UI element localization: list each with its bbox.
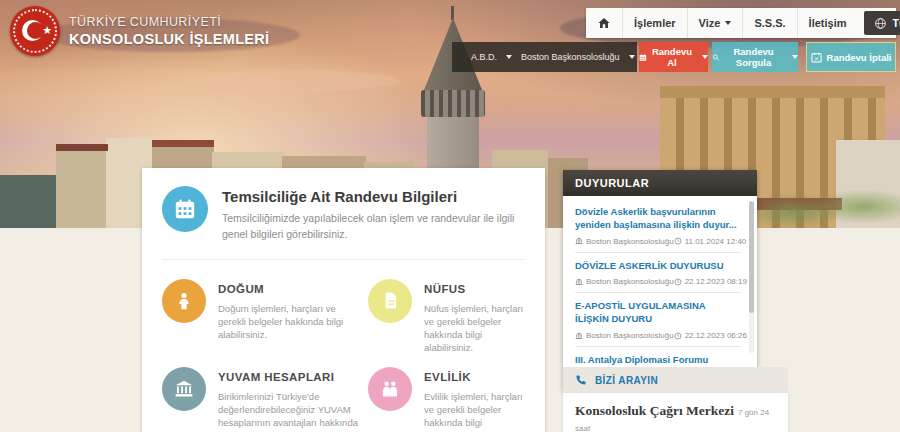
couple-icon (368, 367, 412, 411)
calendar-cancel-icon (811, 52, 822, 63)
clock-icon (674, 278, 682, 286)
service-title[interactable]: DOĞUM (218, 283, 264, 295)
nav-item-iletisim[interactable]: İletişim (797, 8, 858, 38)
mission-select[interactable]: Boston Başkonsolosluğu (521, 52, 635, 62)
announcement-source: Boston Başkonsolosluğu (586, 237, 674, 246)
star-icon: ★ (42, 25, 52, 36)
service-item-dogum: DOĞUM Doğum işlemleri, harçları ve gerek… (162, 279, 358, 354)
service-item-nufus: NÜFUS Nüfus işlemleri, harçları ve gerek… (368, 279, 525, 354)
country-select[interactable]: A.B.D. (471, 52, 512, 62)
nav-item-islemler[interactable]: İşlemler (622, 8, 687, 38)
randevu-al-button[interactable]: Randevu Al (639, 42, 708, 72)
service-description: Nüfus işlemleri, harçları ve gerekli bel… (424, 302, 525, 354)
service-title[interactable]: NÜFUS (424, 283, 466, 295)
randevu-sorgula-button[interactable]: Randevu Sorgula (712, 42, 798, 72)
service-title[interactable]: EVLİLİK (424, 371, 471, 383)
service-description: Birikimlerinizi Türkiye'de değerlendireb… (218, 390, 358, 432)
home-button[interactable] (586, 8, 622, 38)
service-item-evlilik: EVLİLİK Evlilik işlemleri, harçları ve g… (368, 367, 525, 432)
calendar-icon (162, 186, 208, 232)
calendar-icon (639, 52, 647, 63)
announcements-header: DUYURULAR (563, 170, 757, 196)
phone-icon (575, 374, 587, 386)
document-icon (368, 279, 412, 323)
cloud (180, 70, 400, 92)
roof (152, 140, 214, 147)
services-grid: DOĞUM Doğum işlemleri, harçları ve gerek… (162, 279, 525, 432)
trees (748, 186, 900, 228)
chevron-down-icon (506, 55, 512, 59)
scrollbar-track[interactable] (749, 201, 754, 353)
call-center-name: Konsolosluk Çağrı Merkezi7 gün 24 saat (575, 403, 776, 432)
scrollbar-thumb[interactable] (749, 201, 754, 313)
bank-icon (162, 367, 206, 411)
language-selector[interactable]: Türkçe (864, 11, 900, 35)
announcement-date: 11.01.2024 12:40 (685, 237, 747, 246)
chevron-down-icon (629, 55, 635, 59)
service-description: Evlilik işlemleri, harçları ve gerekli b… (424, 390, 525, 432)
announcement-date: 22.12.2023 08:19 (685, 277, 747, 286)
search-icon (712, 52, 720, 63)
chevron-down-icon (725, 21, 731, 25)
service-description: Doğum işlemleri, harçları ve gerekli bel… (218, 302, 358, 341)
person-icon (162, 279, 206, 323)
announcement-link[interactable]: III. Antalya Diplomasi Forumu (575, 354, 741, 367)
brand-line1: TÜRKİYE CUMHURİYETİ (69, 15, 269, 29)
service-item-yuvam: YUVAM HESAPLARI Birikimlerinizi Türkiye'… (162, 367, 358, 432)
chevron-down-icon (702, 55, 708, 59)
building (0, 175, 58, 228)
building-icon (575, 278, 583, 286)
turkey-emblem-logo: ★ (10, 6, 60, 56)
announcement-link[interactable]: Dövizle Askerlik başvurularının yeniden … (575, 206, 741, 232)
building (56, 150, 108, 228)
building-icon (575, 237, 583, 245)
home-icon (597, 16, 611, 30)
globe-icon (874, 17, 887, 30)
divider (162, 259, 525, 260)
announcement-item: Dövizle Askerlik başvurularının yeniden … (575, 199, 741, 253)
roof (56, 144, 108, 151)
page-description: Temsilciliğimizde yapılabilecek olan işl… (222, 211, 525, 243)
page-title: Temsilciliğe Ait Randevu Bilgileri (222, 186, 525, 205)
chevron-down-icon (792, 55, 798, 59)
site-brand[interactable]: ★ TÜRKİYE CUMHURİYETİ KONSOLOSLUK İŞLEML… (10, 6, 269, 56)
randevu-iptali-button[interactable]: Randevu İptali (806, 42, 896, 72)
announcement-item: DÖVİZLE ASKERLİK DUYURUSU Boston Başkons… (575, 253, 741, 294)
clock-icon (674, 332, 682, 340)
top-navigation: İşlemler Vize S.S.S. İletişim Türkçe (586, 8, 896, 38)
announcement-source: Boston Başkonsolosluğu (586, 331, 674, 340)
announcement-link[interactable]: DÖVİZLE ASKERLİK DUYURUSU (575, 260, 741, 273)
clock-icon (674, 237, 682, 245)
mission-selector-bar: A.B.D. Boston Başkonsolosluğu (452, 42, 637, 72)
nav-item-vize[interactable]: Vize (687, 8, 743, 38)
brand-line2: KONSOLOSLUK İŞLEMLERİ (69, 31, 269, 47)
announcement-source: Boston Başkonsolosluğu (586, 277, 674, 286)
announcement-item: E-APOSTİL UYGULAMASINA İLİŞKİN DUYURU Bo… (575, 293, 741, 347)
nav-item-sss[interactable]: S.S.S. (742, 8, 796, 38)
service-title[interactable]: YUVAM HESAPLARI (218, 371, 334, 383)
announcements-panel: DUYURULAR Dövizle Askerlik başvurularını… (563, 170, 757, 391)
building-icon (575, 332, 583, 340)
announcement-link[interactable]: E-APOSTİL UYGULAMASINA İLİŞKİN DUYURU (575, 300, 741, 326)
announcement-date: 22.12.2023 06:26 (685, 331, 747, 340)
call-us-title: BİZİ ARAYIN (595, 375, 658, 386)
call-us-widget: BİZİ ARAYIN Konsolosluk Çağrı Merkezi7 g… (563, 367, 788, 432)
appointment-info-card: Temsilciliğe Ait Randevu Bilgileri Temsi… (142, 168, 545, 432)
